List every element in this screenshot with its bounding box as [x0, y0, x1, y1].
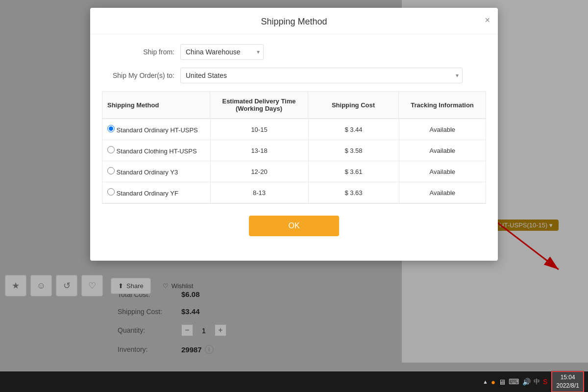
delivery-time-cell: 13-18: [210, 140, 308, 161]
shipping-method-name: Standard Ordinary HT-USPS: [115, 126, 198, 134]
ok-button-container: OK: [102, 216, 486, 236]
taskbar-time: 15:04: [556, 373, 579, 382]
col-header-delivery: Estimated Delivery Time(Working Days): [210, 92, 308, 119]
shipping-cost-cell: $ 3.61: [308, 161, 399, 182]
shipping-methods-scroll-area[interactable]: Standard Ordinary HT-USPS10-15$ 3.44Avai…: [102, 119, 486, 204]
delivery-time-cell: 8-13: [210, 182, 308, 203]
shipping-method-cell: Standard Ordinary Y3: [102, 161, 210, 182]
shipping-cost-cell: $ 3.58: [308, 140, 399, 161]
taskbar-system-icons: ▲ ● 🖥 ⌨ 🔊 中 S: [483, 377, 547, 386]
ship-from-row: Ship from: China Warehouse: [102, 44, 486, 60]
shipping-method-cell: Standard Ordinary YF: [102, 182, 210, 203]
ship-from-select-wrapper: China Warehouse: [180, 44, 264, 60]
tracking-info-cell: Available: [399, 140, 486, 161]
shipping-method-modal: Shipping Method × Ship from: China Wareh…: [90, 8, 498, 261]
taskbar-keyboard-icon: ⌨: [509, 377, 519, 386]
shipping-method-radio-2[interactable]: [107, 167, 115, 174]
table-row[interactable]: Standard Ordinary YF8-13$ 3.63Available: [102, 182, 486, 203]
col-header-method: Shipping Method: [102, 92, 210, 119]
shipping-table-header: Shipping Method Estimated Delivery Time(…: [102, 91, 486, 119]
delivery-time-cell: 10-15: [210, 119, 308, 140]
ship-to-row: Ship My Order(s) to: United States: [102, 68, 486, 83]
modal-title: Shipping Method: [261, 17, 327, 27]
shipping-method-name: Standard Ordinary Y3: [115, 169, 178, 176]
shipping-method-radio-0[interactable]: [107, 125, 115, 132]
ok-button[interactable]: OK: [249, 216, 339, 236]
taskbar-zh-icon: 中: [534, 377, 540, 386]
taskbar-date: 2022/8/1: [556, 382, 579, 390]
modal-close-button[interactable]: ×: [485, 16, 490, 24]
tracking-info-cell: Available: [399, 119, 486, 140]
shipping-methods-table-wrapper: Shipping Method Estimated Delivery Time(…: [102, 91, 486, 204]
taskbar: ▲ ● 🖥 ⌨ 🔊 中 S 15:04 2022/8/1: [0, 371, 588, 392]
ship-to-select[interactable]: United States: [180, 68, 463, 83]
taskbar-arrow-icon: ▲: [483, 379, 488, 385]
ship-from-select[interactable]: China Warehouse: [180, 44, 264, 60]
ship-to-label: Ship My Order(s) to:: [102, 72, 180, 79]
delivery-time-cell: 12-20: [210, 161, 308, 182]
shipping-methods-table: Standard Ordinary HT-USPS10-15$ 3.44Avai…: [102, 119, 486, 203]
table-row[interactable]: Standard Clothing HT-USPS13-18$ 3.58Avai…: [102, 140, 486, 161]
shipping-cost-cell: $ 3.63: [308, 182, 399, 203]
shipping-method-cell: Standard Clothing HT-USPS: [102, 140, 210, 161]
shipping-method-cell: Standard Ordinary HT-USPS: [102, 119, 210, 140]
taskbar-s-icon: S: [543, 378, 547, 386]
table-row[interactable]: Standard Ordinary Y312-20$ 3.61Available: [102, 161, 486, 182]
modal-header: Shipping Method ×: [90, 8, 498, 34]
tracking-info-cell: Available: [399, 182, 486, 203]
ship-to-select-wrapper: United States: [180, 68, 463, 83]
modal-body: Ship from: China Warehouse Ship My Order…: [90, 34, 498, 246]
taskbar-clock: 15:04 2022/8/1: [551, 371, 584, 392]
col-header-cost: Shipping Cost: [308, 92, 399, 119]
shipping-method-radio-3[interactable]: [107, 188, 115, 196]
shipping-method-name: Standard Clothing HT-USPS: [115, 147, 197, 155]
shipping-method-radio-1[interactable]: [107, 146, 115, 153]
taskbar-speaker-icon: 🔊: [522, 378, 531, 386]
col-header-tracking: Tracking Information: [399, 92, 486, 119]
taskbar-monitor-icon: 🖥: [498, 378, 506, 386]
ship-from-label: Ship from:: [102, 48, 180, 56]
shipping-method-name: Standard Ordinary YF: [115, 190, 178, 197]
tracking-info-cell: Available: [399, 161, 486, 182]
taskbar-circle-icon: ●: [491, 378, 495, 386]
table-row[interactable]: Standard Ordinary HT-USPS10-15$ 3.44Avai…: [102, 119, 486, 140]
shipping-cost-cell: $ 3.44: [308, 119, 399, 140]
